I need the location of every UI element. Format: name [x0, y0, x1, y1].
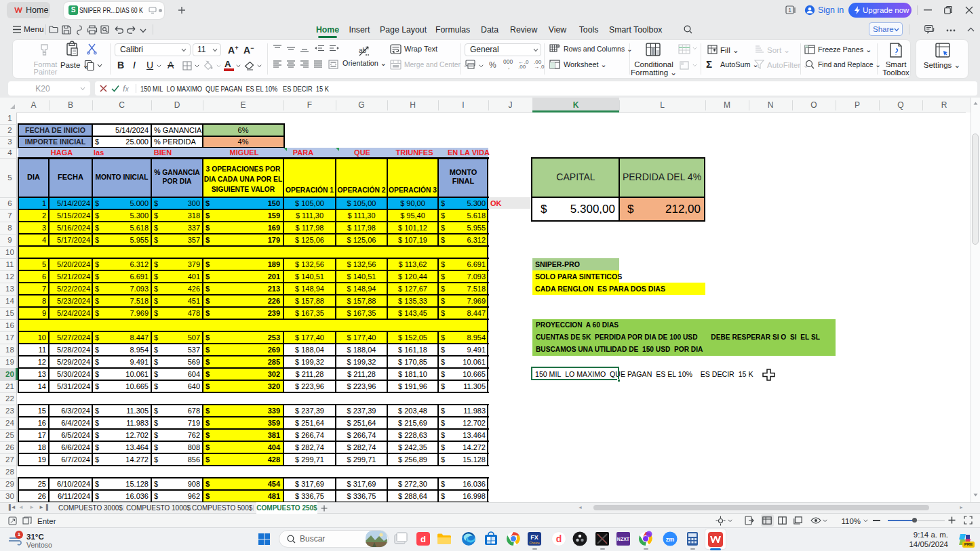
svg-text:Choice: Choice	[529, 541, 540, 545]
svg-text:1: 1	[788, 7, 791, 14]
svg-text:d: d	[556, 533, 562, 544]
svg-text:FX: FX	[530, 534, 538, 541]
svg-text:d: d	[420, 534, 426, 544]
svg-text:zm: zm	[666, 536, 675, 543]
svg-text:NZXT: NZXT	[617, 537, 630, 542]
svg-text:ab: ab	[359, 47, 367, 54]
